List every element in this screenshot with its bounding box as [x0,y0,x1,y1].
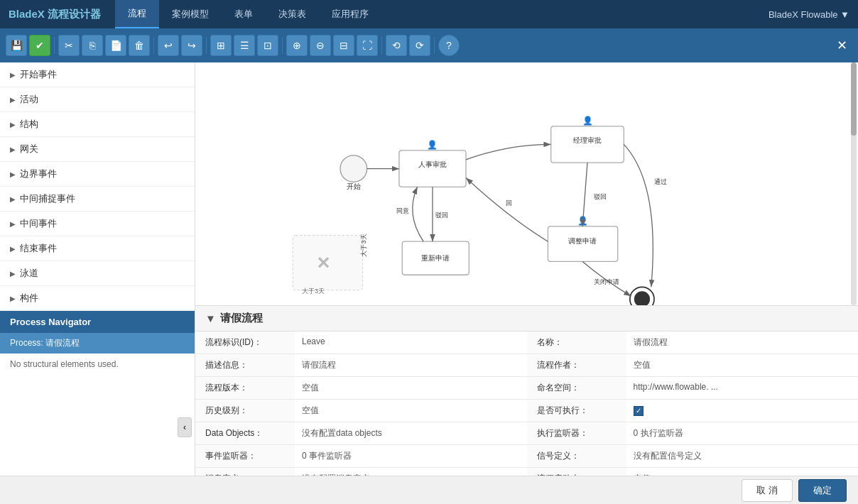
arrow-icon: ▶ [10,121,16,128]
prop-value-desc: 请假流程 [295,354,527,377]
prop-label-dataobj: Data Objects： [195,422,295,445]
flow-diagram: ✕ 大于3天 开始 👤 人事审批 重新申请 👤 经理审批 [195,62,858,305]
sidebar-collapse-button[interactable]: ‹ [178,417,192,437]
sidebar: ▶ 开始事件 ▶ 活动 ▶ 结构 ▶ 网关 ▶ 边界事件 ▶ 中间捕捉事件 ▶ … [0,62,195,476]
nav-decision-table[interactable]: 决策表 [266,0,319,28]
prop-label-name: 名称： [527,332,626,354]
rotate-button[interactable]: ⟲ [386,35,407,56]
copy-button[interactable]: ⎘ [82,35,103,56]
sidebar-item-label: 构件 [20,292,38,305]
boundary-x: ✕ [316,253,330,273]
prop-value-id: Leave [295,332,527,354]
sidebar-item-swimlane[interactable]: ▶ 泳道 [0,261,195,286]
hr-user-icon: 👤 [427,139,438,150]
sidebar-item-component[interactable]: ▶ 构件 [0,286,195,311]
prop-label-execlistener: 执行监听器： [527,422,626,445]
zoom-fit-button[interactable]: ⊟ [333,35,354,56]
zoom-in-button[interactable]: ⊕ [286,35,308,56]
properties-grid: 流程标识(ID)： Leave 描述信息： 请假流程 流程版本： 空值 历史级别… [195,332,858,476]
start-label: 开始 [347,182,361,190]
sidebar-item-structure[interactable]: ▶ 结构 [0,112,195,137]
process-item-label: Process: 请假流程 [10,338,80,348]
process-navigator-label: Process Navigator [10,317,91,327]
nav-form[interactable]: 表单 [222,0,266,28]
toolbar-sep-4 [282,37,283,54]
prop-label-executable: 是否可执行： [527,400,626,422]
arrow-icon: ▶ [10,270,16,278]
sidebar-item-end-event[interactable]: ▶ 结束事件 [0,236,195,261]
arrow-icon: ▶ [10,220,16,228]
cut-button[interactable]: ✂ [58,35,80,56]
manager-approve-label: 经理审批 [573,136,602,144]
sidebar-item-boundary-event[interactable]: ▶ 边界事件 [0,162,195,187]
canvas-area[interactable]: ✕ 大于3天 开始 👤 人事审批 重新申请 👤 经理审批 [195,62,858,305]
grid-button[interactable]: ⊞ [210,35,232,56]
save-button[interactable]: 💾 [6,35,27,56]
process-item[interactable]: Process: 请假流程 [0,333,195,354]
edge-adjust-hr-label: 回 [506,199,512,207]
sidebar-item-label: 结构 [20,118,38,131]
sidebar-item-activity[interactable]: ▶ 活动 [0,87,195,112]
toolbar-sep-5 [381,37,382,54]
sidebar-item-catch-event[interactable]: ▶ 中间捕捉事件 [0,187,195,212]
select-button[interactable]: ⊡ [257,35,278,56]
manager-approve-node[interactable] [551,126,624,163]
undo-button[interactable]: ↩ [158,35,179,56]
prop-value-execlistener: 0 执行监听器 [626,422,859,445]
sidebar-item-gateway[interactable]: ▶ 网关 [0,137,195,162]
nav-app[interactable]: 应用程序 [319,0,381,28]
sidebar-item-start-event[interactable]: ▶ 开始事件 [0,62,195,87]
zoom-out-button[interactable]: ⊖ [310,35,331,56]
toolbar-sep-6 [434,37,435,54]
nav-case-model[interactable]: 案例模型 [159,0,222,28]
redo-button[interactable]: ↪ [181,35,202,56]
bottom-panel: ▼ 请假流程 流程标识(ID)： Leave 描述信息： 请假流程 流程版本： … [195,305,858,476]
canvas-scrollbar[interactable] [851,62,857,305]
prop-value-name: 请假流程 [626,332,859,354]
prop-value-history: 空值 [295,400,527,422]
sidebar-item-label: 开始事件 [20,68,57,81]
prop-label-desc: 描述信息： [195,354,295,377]
sidebar-item-label: 结束事件 [20,242,57,255]
sidebar-item-label: 活动 [20,93,38,106]
sidebar-item-label: 中间捕捉事件 [20,192,75,205]
close-button[interactable]: ✕ [831,35,852,56]
confirm-button[interactable]: 确定 [798,479,847,502]
no-structural-text: No structural elements used. [0,354,195,375]
arrow-icon: ▶ [10,170,16,178]
delete-button[interactable]: 🗑 [129,35,150,56]
cancel-button[interactable]: 取 消 [742,479,793,502]
prop-label-signdef: 信号定义： [527,445,626,468]
process-navigator-header: Process Navigator [0,311,195,333]
flip-button[interactable]: ⟳ [409,35,430,56]
start-node[interactable] [340,155,367,182]
header-user-label[interactable]: BladeX Flowable ▼ [769,9,849,20]
prop-label-initiator: 流程启动人： [527,468,626,476]
prop-value-initiator: 空值 [626,468,859,476]
prop-value-executable: ✓ [626,400,859,422]
edge-manager-end [624,144,653,287]
fullscreen-button[interactable]: ⛶ [357,35,378,56]
layout-button[interactable]: ☰ [234,35,255,56]
scrollbar-thumb [851,62,857,136]
prop-value-author: 空值 [626,354,859,377]
prop-label-history: 历史级别： [195,400,295,422]
help-button[interactable]: ? [438,35,460,56]
collapse-arrow-icon: ▼ [205,312,216,324]
hr-approve-label: 人事审批 [418,160,447,168]
paste-button[interactable]: 📄 [105,35,126,56]
checkbox-checked-icon[interactable]: ✓ [634,406,644,416]
header-nav: 流程 案例模型 表单 决策表 应用程序 [115,0,381,28]
prop-value-version: 空值 [295,377,527,400]
prop-label-version: 流程版本： [195,377,295,400]
prop-value-eventlistener: 0 事件监听器 [295,445,527,468]
confirm-button[interactable]: ✔ [29,35,50,56]
sidebar-item-label: 泳道 [20,267,38,280]
edge-left-label: 大于3天 [359,234,367,256]
hr-approve-node[interactable] [399,150,466,187]
prop-label-id: 流程标识(ID)： [195,332,295,354]
sidebar-item-middle-event[interactable]: ▶ 中间事件 [0,212,195,236]
toolbar: 💾 ✔ ✂ ⎘ 📄 🗑 ↩ ↪ ⊞ ☰ ⊡ ⊕ ⊖ ⊟ ⛶ ⟲ ⟳ ? ✕ [0,28,858,62]
arrow-icon: ▶ [10,146,16,153]
nav-flow[interactable]: 流程 [115,0,159,28]
